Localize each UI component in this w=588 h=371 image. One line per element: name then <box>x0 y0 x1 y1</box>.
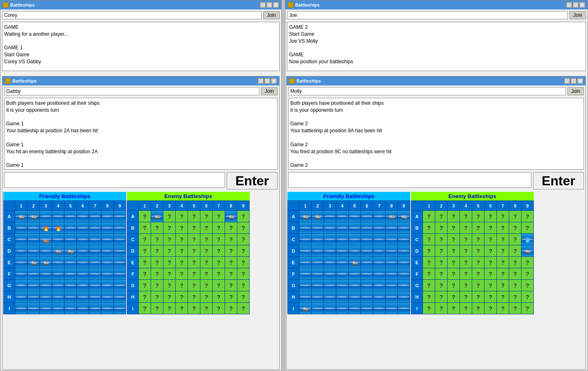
grid-cell-water[interactable] <box>373 268 386 280</box>
grid-cell-enemy[interactable]: ? <box>225 268 237 280</box>
grid-cell-enemy[interactable]: ? <box>497 211 509 222</box>
grid-cell-enemy[interactable]: ? <box>200 211 213 222</box>
grid-cell-enemy[interactable]: ? <box>163 280 176 291</box>
grid-cell-water[interactable] <box>373 280 386 291</box>
joe-maximize-btn[interactable]: □ <box>573 2 579 8</box>
grid-cell-enemy[interactable]: ? <box>237 268 250 280</box>
grid-cell-water[interactable] <box>77 280 89 291</box>
grid-cell-enemy[interactable]: ? <box>472 211 485 222</box>
grid-cell-water[interactable] <box>89 257 101 268</box>
grid-cell-enemy[interactable]: ? <box>225 234 237 245</box>
grid-cell-water[interactable] <box>101 268 114 280</box>
grid-cell-enemy[interactable]: ? <box>423 234 435 245</box>
grid-cell-enemy[interactable]: ? <box>497 291 509 303</box>
grid-cell-water[interactable] <box>336 291 349 303</box>
joe-name-input[interactable] <box>287 11 568 19</box>
grid-cell-enemy[interactable]: ? <box>423 222 435 234</box>
grid-cell-enemy[interactable]: ? <box>448 268 460 280</box>
grid-cell-enemy[interactable]: ? <box>497 222 509 234</box>
grid-cell-enemy[interactable]: ? <box>188 291 200 303</box>
grid-cell-water[interactable] <box>101 303 114 314</box>
grid-cell-water[interactable] <box>114 234 126 245</box>
grid-cell-water[interactable] <box>89 211 101 222</box>
grid-cell-water[interactable] <box>299 291 312 303</box>
grid-cell-enemy[interactable]: ? <box>176 303 188 314</box>
grid-cell-enemy[interactable]: ? <box>448 291 460 303</box>
grid-cell-enemy[interactable]: ? <box>485 222 497 234</box>
grid-cell-water[interactable] <box>324 303 336 314</box>
grid-cell-water[interactable] <box>398 245 410 257</box>
grid-cell-water[interactable] <box>299 257 312 268</box>
grid-cell-water[interactable] <box>28 222 40 234</box>
grid-cell-water[interactable] <box>15 257 28 268</box>
grid-cell-enemy[interactable]: ? <box>472 268 485 280</box>
grid-cell-enemy[interactable]: ? <box>237 211 250 222</box>
grid-cell-water[interactable] <box>77 291 89 303</box>
grid-cell-ship[interactable]: 🔥 <box>52 222 64 234</box>
grid-cell-enemy[interactable]: ? <box>509 303 521 314</box>
grid-cell-water[interactable] <box>114 245 126 257</box>
grid-cell-water[interactable] <box>336 222 349 234</box>
grid-cell-water[interactable] <box>398 291 410 303</box>
grid-cell-water[interactable] <box>386 280 398 291</box>
grid-cell-enemy[interactable]: ? <box>176 234 188 245</box>
grid-cell-water[interactable] <box>336 257 349 268</box>
grid-cell-water[interactable] <box>101 211 114 222</box>
grid-cell-ship[interactable]: 🚢 <box>15 211 28 222</box>
grid-cell-enemy[interactable]: ? <box>176 257 188 268</box>
grid-cell-ship[interactable]: 🚢 <box>386 211 398 222</box>
grid-cell-water[interactable] <box>77 234 89 245</box>
grid-cell-water[interactable] <box>89 268 101 280</box>
grid-cell-water[interactable] <box>52 291 64 303</box>
grid-cell-water[interactable] <box>77 211 89 222</box>
grid-cell-enemy[interactable]: ? <box>200 257 213 268</box>
grid-cell-water[interactable] <box>28 303 40 314</box>
grid-cell-enemy[interactable]: ? <box>485 303 497 314</box>
grid-cell-enemy[interactable]: ? <box>213 257 225 268</box>
grid-cell-water[interactable] <box>349 211 361 222</box>
grid-cell-enemy[interactable]: ? <box>435 222 448 234</box>
grid-cell-water[interactable] <box>336 245 349 257</box>
grid-cell-enemy[interactable]: ? <box>497 234 509 245</box>
grid-cell-enemy[interactable]: ? <box>188 222 200 234</box>
grid-cell-enemy[interactable]: ? <box>151 257 163 268</box>
grid-cell-water[interactable] <box>324 222 336 234</box>
grid-cell-water[interactable] <box>386 257 398 268</box>
grid-cell-water[interactable] <box>52 303 64 314</box>
joe-minimize-btn[interactable]: ─ <box>566 2 572 8</box>
grid-cell-enemy[interactable]: ? <box>213 245 225 257</box>
grid-cell-water[interactable] <box>336 280 349 291</box>
grid-cell-enemy[interactable]: ? <box>521 280 534 291</box>
grid-cell-enemy[interactable]: ? <box>497 245 509 257</box>
grid-cell-ship[interactable]: 🚢 <box>28 257 40 268</box>
grid-cell-enemy[interactable]: ? <box>497 257 509 268</box>
grid-cell-enemy[interactable]: ? <box>472 257 485 268</box>
corey-close-btn[interactable]: ✕ <box>273 2 279 8</box>
grid-cell-ship[interactable]: 🚢 <box>40 257 52 268</box>
grid-cell-enemy[interactable]: ? <box>188 268 200 280</box>
grid-cell-water[interactable] <box>114 222 126 234</box>
grid-cell-water[interactable] <box>386 268 398 280</box>
grid-cell-enemy[interactable]: ? <box>435 280 448 291</box>
grid-cell-enemy[interactable]: ? <box>176 291 188 303</box>
grid-cell-enemy[interactable]: ? <box>435 303 448 314</box>
grid-cell-enemy[interactable]: ? <box>460 245 472 257</box>
grid-cell-enemy[interactable]: ? <box>213 303 225 314</box>
grid-cell-enemy[interactable]: ? <box>237 245 250 257</box>
grid-cell-enemy[interactable]: ? <box>176 280 188 291</box>
grid-cell-enemy[interactable]: ? <box>163 234 176 245</box>
grid-cell-enemy[interactable]: ? <box>225 222 237 234</box>
grid-cell-water[interactable] <box>28 245 40 257</box>
grid-cell-enemy[interactable]: ? <box>139 211 151 222</box>
grid-cell-water[interactable] <box>52 268 64 280</box>
grid-cell-water[interactable] <box>299 234 312 245</box>
grid-cell-enemy[interactable]: ? <box>139 234 151 245</box>
grid-cell-enemy[interactable]: ? <box>485 280 497 291</box>
grid-cell-enemy[interactable]: ? <box>435 234 448 245</box>
grid-cell-enemy[interactable]: ? <box>237 222 250 234</box>
grid-cell-enemy[interactable]: ? <box>435 211 448 222</box>
grid-cell-water[interactable] <box>52 211 64 222</box>
grid-cell-water[interactable] <box>361 211 373 222</box>
grid-cell-enemy[interactable]: ? <box>497 280 509 291</box>
grid-cell-water[interactable] <box>114 280 126 291</box>
